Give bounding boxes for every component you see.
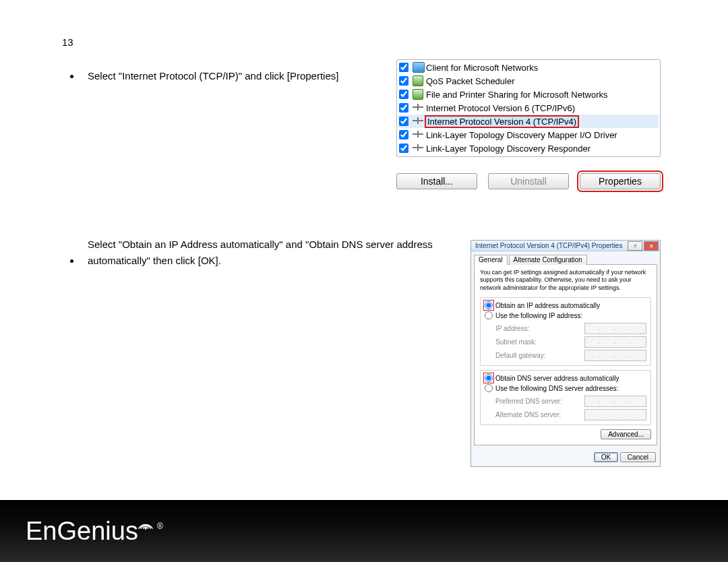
protocol-icon (413, 143, 423, 154)
network-item-label: Client for Microsoft Networks (426, 63, 538, 73)
network-item-0[interactable]: Client for Microsoft Networks (398, 61, 659, 74)
network-item-checkbox[interactable] (399, 103, 408, 113)
client-icon (413, 62, 423, 73)
ok-button[interactable]: OK (594, 452, 618, 462)
dialog-title: Internet Protocol Version 4 (TCP/IPv4) P… (475, 242, 622, 249)
bullet-2: Select "Obtain an IP Address automatical… (88, 237, 445, 269)
network-item-label: QoS Packet Scheduler (426, 76, 515, 86)
default-gateway-label: Default gateway: (495, 352, 546, 359)
install-button[interactable]: Install... (396, 173, 477, 189)
network-item-1[interactable]: QoS Packet Scheduler (398, 74, 659, 88)
ip-group: Obtain an IP address automatically Use t… (480, 297, 651, 366)
default-gateway-input: ... (584, 350, 646, 361)
ip-address-label: IP address: (495, 325, 529, 332)
brand-footer: EnGenius ® (0, 500, 728, 562)
network-item-label: File and Printer Sharing for Microsoft N… (426, 90, 607, 100)
network-item-3[interactable]: Internet Protocol Version 6 (TCP/IPv6) (398, 101, 659, 115)
page-number: 13 (62, 36, 674, 48)
network-item-label: Internet Protocol Version 6 (TCP/IPv6) (426, 103, 575, 113)
protocol-icon (413, 116, 423, 127)
network-item-label: Link-Layer Topology Discovery Responder (426, 144, 590, 154)
service-icon (413, 89, 423, 100)
close-icon[interactable]: ✕ (644, 241, 659, 251)
network-item-checkbox[interactable] (399, 130, 408, 139)
radio-obtain-ip-auto[interactable]: Obtain an IP address automatically (485, 301, 646, 311)
engenius-logo: EnGenius ® (26, 517, 162, 546)
network-items-panel: Client for Microsoft NetworksQoS Packet … (396, 59, 661, 189)
network-item-checkbox[interactable] (399, 144, 408, 153)
network-items-listbox[interactable]: Client for Microsoft NetworksQoS Packet … (396, 59, 661, 157)
network-item-checkbox[interactable] (399, 90, 408, 99)
advanced-button[interactable]: Advanced... (601, 429, 651, 439)
radio-obtain-dns-auto[interactable]: Obtain DNS server address automatically (485, 373, 646, 383)
subnet-mask-label: Subnet mask: (495, 338, 537, 346)
network-item-6[interactable]: Link-Layer Topology Discovery Responder (398, 142, 659, 155)
preferred-dns-label: Preferred DNS server: (495, 398, 562, 405)
uninstall-button: Uninstall (488, 173, 569, 189)
settings-description: You can get IP settings assigned automat… (480, 269, 651, 292)
network-item-5[interactable]: Link-Layer Topology Discovery Mapper I/O… (398, 128, 659, 142)
svg-point-0 (144, 528, 146, 530)
ip-address-input: ... (584, 323, 646, 334)
network-item-checkbox[interactable] (399, 63, 408, 72)
radio-use-ip[interactable]: Use the following IP address: (485, 311, 646, 321)
network-item-checkbox[interactable] (399, 117, 408, 126)
tab-alternate-configuration[interactable]: Alternate Configuration (509, 255, 587, 265)
network-item-2[interactable]: File and Printer Sharing for Microsoft N… (398, 88, 659, 101)
alternate-dns-input: ... (584, 409, 646, 420)
preferred-dns-input: ... (584, 396, 646, 407)
window-controls: ? ✕ (626, 241, 659, 250)
network-item-checkbox[interactable] (399, 76, 408, 86)
bullet-1: Select "Internet Protocol (TCP/IP)" and … (88, 70, 338, 82)
tab-general[interactable]: General (474, 255, 508, 265)
properties-button[interactable]: Properties (580, 173, 661, 189)
protocol-icon (413, 129, 423, 140)
help-icon[interactable]: ? (628, 241, 642, 251)
subnet-mask-input: ... (584, 336, 646, 348)
network-item-label: Internet Protocol Version 4 (TCP/IPv4) (426, 117, 578, 127)
tcpip-properties-dialog: Internet Protocol Version 4 (TCP/IPv4) P… (471, 240, 661, 467)
service-icon (413, 75, 423, 86)
radio-use-dns[interactable]: Use the following DNS server addresses: (485, 383, 646, 394)
alternate-dns-label: Alternate DNS server: (495, 411, 561, 418)
network-item-4[interactable]: Internet Protocol Version 4 (TCP/IPv4) (398, 115, 659, 128)
wifi-icon (137, 507, 154, 536)
dns-group: Obtain DNS server address automatically … (480, 370, 651, 425)
protocol-icon (413, 102, 423, 113)
network-item-label: Link-Layer Topology Discovery Mapper I/O… (426, 130, 617, 140)
cancel-button[interactable]: Cancel (620, 452, 656, 462)
